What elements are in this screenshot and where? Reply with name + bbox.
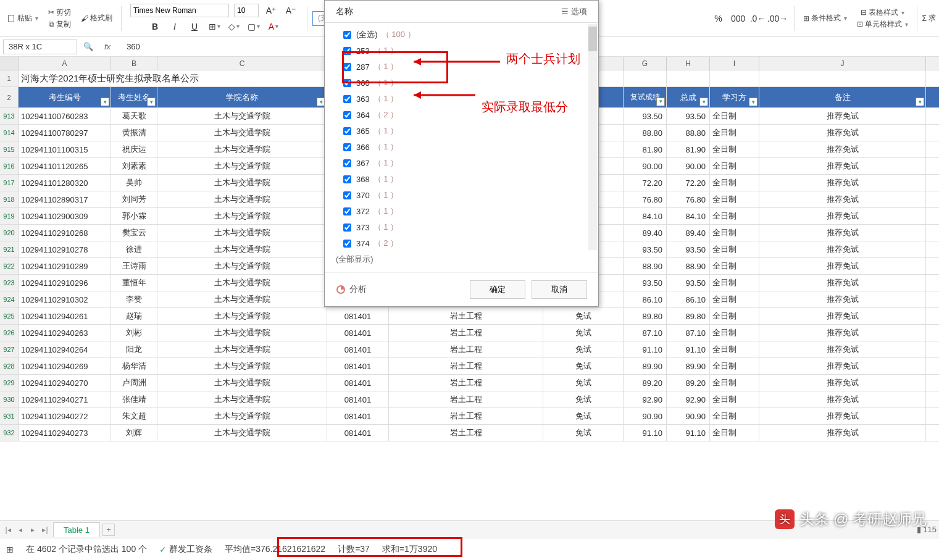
- row-header[interactable]: 918: [0, 191, 19, 207]
- cell-mode[interactable]: 全日制: [710, 158, 759, 174]
- cell-exam[interactable]: 免试: [543, 375, 624, 391]
- cell-mode[interactable]: 全日制: [710, 258, 759, 274]
- border-button[interactable]: ⊞▾: [207, 19, 222, 34]
- table-style-button[interactable]: ⊟ 表格样式▾: [861, 7, 904, 18]
- cell-name[interactable]: 张佳靖: [111, 391, 157, 407]
- cell-retest-score[interactable]: 86.10: [624, 291, 667, 307]
- filter-value-item[interactable]: 372 （ 1 ）: [332, 203, 591, 219]
- cell-exam[interactable]: 免试: [543, 425, 624, 441]
- cell-total-score[interactable]: 90.00: [667, 158, 710, 174]
- cell-total-score[interactable]: 93.50: [667, 275, 710, 291]
- checkbox-icon[interactable]: [343, 143, 351, 151]
- cell-retest-score[interactable]: 89.20: [624, 375, 667, 391]
- row-header[interactable]: 925: [0, 308, 19, 324]
- cell-college[interactable]: 土木与交通学院: [157, 225, 327, 241]
- cell-major[interactable]: 岩土工程: [389, 425, 543, 441]
- filter-cancel-button[interactable]: 取消: [532, 280, 587, 299]
- cell-retest-score[interactable]: 88.80: [624, 125, 667, 141]
- cell-retest-score[interactable]: 93.50: [624, 241, 667, 257]
- cell-note[interactable]: 推荐免试: [759, 408, 926, 424]
- checkbox-icon[interactable]: [343, 47, 351, 55]
- cell-exam[interactable]: 免试: [543, 408, 624, 424]
- filter-icon[interactable]: [916, 98, 924, 106]
- filter-value-item[interactable]: 374 （ 2 ）: [332, 235, 591, 251]
- col-header-b[interactable]: B: [111, 57, 157, 70]
- comma-button[interactable]: 000: [731, 11, 746, 26]
- cell-total-score[interactable]: 90.90: [667, 408, 710, 424]
- cell-note[interactable]: 推荐免试: [759, 341, 926, 357]
- cell-college[interactable]: 土木与交通学院: [157, 108, 327, 124]
- bold-button[interactable]: B: [148, 19, 162, 34]
- cell-retest-score[interactable]: 89.90: [624, 358, 667, 374]
- cell-retest-score[interactable]: 87.10: [624, 325, 667, 341]
- filter-icon[interactable]: [656, 98, 665, 106]
- percent-button[interactable]: %: [711, 11, 726, 26]
- cell-student-id[interactable]: 102941102940272: [19, 408, 111, 424]
- sheet-nav-next[interactable]: ▸: [27, 525, 38, 534]
- filter-select-all[interactable]: (全选)（ 100 ）: [332, 27, 591, 43]
- row-header[interactable]: 916: [0, 158, 19, 174]
- cell-total-score[interactable]: 89.40: [667, 225, 710, 241]
- cell-student-id[interactable]: 102941101280320: [19, 175, 111, 191]
- cell-student-id[interactable]: 102941102890317: [19, 191, 111, 207]
- cell-exam[interactable]: 免试: [543, 308, 624, 324]
- checkbox-icon[interactable]: [343, 224, 351, 232]
- header-student-id[interactable]: 考生编号: [19, 87, 111, 107]
- filter-value-item[interactable]: 373 （ 1 ）: [332, 219, 591, 235]
- cell-note[interactable]: 推荐免试: [759, 241, 926, 257]
- cell-student-id[interactable]: 102941101100315: [19, 141, 111, 157]
- cell-mode[interactable]: 全日制: [710, 141, 759, 157]
- row-header[interactable]: 927: [0, 341, 19, 357]
- filter-icon[interactable]: [749, 98, 757, 106]
- row-header[interactable]: 913: [0, 108, 19, 124]
- cell-retest-score[interactable]: 89.40: [624, 225, 667, 241]
- cell-note[interactable]: 推荐免试: [759, 425, 926, 441]
- cell-college[interactable]: 土木与交通学院: [157, 158, 327, 174]
- formula-input[interactable]: 360: [122, 42, 208, 51]
- row-header[interactable]: 921: [0, 241, 19, 257]
- row-header[interactable]: 917: [0, 175, 19, 191]
- cell-name[interactable]: 杨华清: [111, 358, 157, 374]
- col-header-i[interactable]: I: [710, 57, 759, 70]
- filter-show-all[interactable]: (全部显示): [325, 251, 598, 272]
- cell-name[interactable]: 徐进: [111, 241, 157, 257]
- cell-total-score[interactable]: 89.80: [667, 308, 710, 324]
- cell-note[interactable]: 推荐免试: [759, 208, 926, 224]
- cell-total-score[interactable]: 91.10: [667, 341, 710, 357]
- cell-student-id[interactable]: 102941102940273: [19, 425, 111, 441]
- cell-college[interactable]: 土木与交通学院: [157, 375, 327, 391]
- cell-major-code[interactable]: 081401: [327, 341, 389, 357]
- cell-total-score[interactable]: 76.80: [667, 191, 710, 207]
- row-header[interactable]: 932: [0, 425, 19, 441]
- cell-retest-score[interactable]: 76.80: [624, 191, 667, 207]
- header-note[interactable]: 备注: [759, 87, 926, 107]
- row-header[interactable]: 930: [0, 391, 19, 407]
- sheet-add-button[interactable]: +: [102, 524, 115, 536]
- filter-value-item[interactable]: 367 （ 1 ）: [332, 155, 591, 171]
- cell-note[interactable]: 推荐免试: [759, 125, 926, 141]
- cell-mode[interactable]: 全日制: [710, 108, 759, 124]
- format-painter-button[interactable]: 🖌 格式刷: [81, 13, 112, 23]
- cell-mode[interactable]: 全日制: [710, 325, 759, 341]
- select-all-corner[interactable]: [0, 57, 19, 70]
- cell-retest-score[interactable]: 72.20: [624, 175, 667, 191]
- filter-value-item[interactable]: 368 （ 1 ）: [332, 171, 591, 187]
- checkbox-icon[interactable]: [343, 63, 351, 71]
- checkbox-icon[interactable]: [343, 111, 351, 119]
- checkbox-icon[interactable]: [343, 159, 351, 167]
- cell-retest-score[interactable]: 91.10: [624, 425, 667, 441]
- cell-name[interactable]: 刘彬: [111, 325, 157, 341]
- cell-mode[interactable]: 全日制: [710, 425, 759, 441]
- cell-retest-score[interactable]: 84.10: [624, 208, 667, 224]
- cell-major[interactable]: 岩土工程: [389, 341, 543, 357]
- cell-major-code[interactable]: 081401: [327, 358, 389, 374]
- cell-name[interactable]: 刘辉: [111, 425, 157, 441]
- cut-button[interactable]: ✂ 剪切: [48, 7, 71, 18]
- filter-analyze-button[interactable]: 分析: [336, 284, 367, 295]
- checkbox-icon[interactable]: [343, 207, 351, 215]
- cell-college[interactable]: 土木与交通学院: [157, 391, 327, 407]
- cell-name[interactable]: 阳龙: [111, 341, 157, 357]
- col-header-a[interactable]: A: [19, 57, 111, 70]
- cell-mode[interactable]: 全日制: [710, 208, 759, 224]
- cell-major[interactable]: 岩土工程: [389, 408, 543, 424]
